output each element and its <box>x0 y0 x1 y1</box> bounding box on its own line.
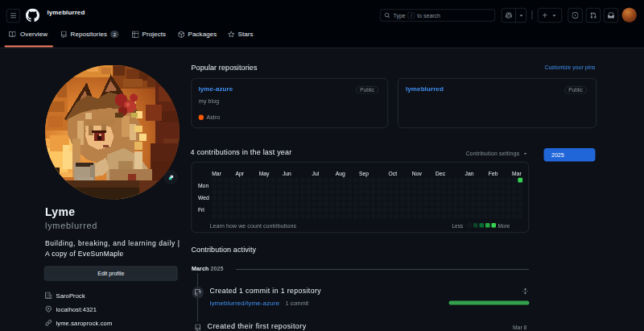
svg-text:May: May <box>259 171 270 177</box>
svg-text:Mar: Mar <box>512 171 522 176</box>
svg-text:Jun: Jun <box>283 171 291 176</box>
svg-text:Wed: Wed <box>198 195 209 201</box>
svg-text:Sep: Sep <box>359 171 369 177</box>
svg-text:Apr: Apr <box>235 171 244 177</box>
svg-text:Jan: Jan <box>465 171 474 176</box>
svg-text:Mon: Mon <box>198 183 208 188</box>
svg-text:Aug: Aug <box>336 171 345 177</box>
svg-text:Fri: Fri <box>198 207 204 213</box>
svg-text:Dec: Dec <box>436 171 446 176</box>
svg-text:Feb: Feb <box>489 171 498 176</box>
svg-text:Jul: Jul <box>312 171 320 176</box>
svg-text:Nov: Nov <box>412 171 423 176</box>
svg-text:Mar: Mar <box>212 171 221 176</box>
svg-text:Oct: Oct <box>389 171 398 176</box>
